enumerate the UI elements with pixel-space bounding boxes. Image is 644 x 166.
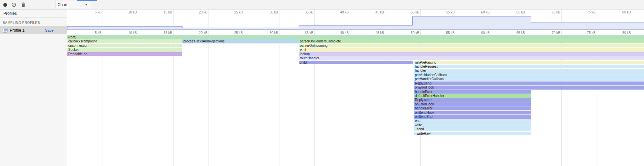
overview-depth-shape (67, 16, 644, 30)
flame-bar[interactable]: end (414, 119, 531, 123)
sidebar-item-profile-1[interactable]: Profile 1 Save (0, 26, 67, 34)
ruler-top: 5 kB10 kB15 kB20 kB25 kB30 kB35 kB40 kB4… (67, 9, 644, 15)
ruler-tick-label: 70 kB (552, 31, 560, 35)
flame-bar[interactable]: Socket (67, 48, 182, 52)
delete-profile-button[interactable] (19, 1, 28, 9)
ruler-tick-label: 75 kB (587, 10, 596, 14)
ruler-tick-label: 45 kB (375, 10, 384, 14)
flame-bar[interactable]: write_ (414, 123, 531, 127)
ruler-tick-label: 50 kB (411, 10, 419, 14)
chevron-down-icon: ▼ (85, 3, 88, 6)
save-link[interactable]: Save (45, 28, 53, 32)
view-mode-select[interactable]: Chart ▼ (55, 1, 90, 8)
flame-bar[interactable]: Reply.send (414, 81, 644, 86)
record-button[interactable] (1, 1, 9, 9)
ruler-tick-label: 40 kB (340, 31, 349, 35)
ruler-tick-label: 25 kB (234, 31, 243, 35)
ruler-tick-label: 45 kB (375, 31, 384, 35)
ruler-tick-label: 55 kB (446, 31, 455, 35)
ruler-tick-label: 5 kB (95, 10, 102, 14)
ruler-tick-label: 80 kB (622, 31, 631, 35)
flame-bar[interactable]: handleError (414, 90, 531, 94)
ruler-tick-label: 70 kB (552, 10, 560, 14)
toolbar: Chart ▼ (0, 0, 644, 9)
clear-button[interactable] (9, 1, 18, 9)
flame-bar[interactable]: emit (299, 48, 644, 52)
flame-bar[interactable]: processTicksAndRejections (182, 39, 299, 43)
ruler-tick-label: 80 kB (622, 10, 631, 14)
flame-bar[interactable]: Readable.on (67, 52, 182, 56)
ruler-tick-label: 75 kB (587, 31, 596, 35)
ruler-tick-label: 65 kB (516, 31, 525, 35)
flame-bar[interactable]: parserOnHeadersComplete (299, 39, 644, 43)
view-mode-label: Chart (58, 2, 67, 7)
ruler-tick-label: 30 kB (269, 31, 278, 35)
ruler-tick-label: 20 kB (199, 10, 207, 14)
flame-bar[interactable]: (root) (67, 35, 644, 39)
flame-bar[interactable]: onconnection (67, 44, 182, 48)
ruler-tick-label: 60 kB (481, 10, 490, 14)
ruler-tick-label: 65 kB (516, 10, 525, 14)
flame-bar[interactable]: routeHandler (299, 56, 644, 60)
ruler-tick-label: 35 kB (305, 10, 313, 14)
sidebar: Profiles SAMPLING PROFILES Profile 1 Sav… (0, 9, 67, 166)
ruler-bottom: 5 kB10 kB15 kB20 kB25 kB30 kB35 kB40 kB4… (67, 30, 644, 35)
flame-bar[interactable]: _send (414, 127, 531, 131)
flame-bar[interactable]: Reply.send (414, 98, 531, 102)
profiler-panel: Chart ▼ Profiles SAMPLING PROFILES Profi… (0, 0, 644, 166)
ruler-tick-label: 20 kB (199, 31, 207, 35)
ruler-tick-label: 55 kB (446, 10, 455, 14)
flame-bar[interactable]: handler (414, 69, 644, 73)
flame-bar[interactable]: parserOnIncoming (299, 44, 644, 48)
overview-pane[interactable] (67, 15, 644, 30)
ruler-tick-label: 50 kB (411, 31, 419, 35)
flame-bar[interactable]: child (299, 61, 413, 65)
flame-bar[interactable]: onSendEnd (414, 115, 531, 119)
ruler-tick-label: 5 kB (95, 31, 102, 35)
ruler-tick-label: 60 kB (481, 31, 490, 35)
flame-bar[interactable]: handleError (414, 106, 531, 110)
profile-icon (3, 28, 8, 33)
ruler-tick-label: 30 kB (269, 10, 278, 14)
flame-bar[interactable]: handleRequest (414, 65, 644, 69)
flame-bar[interactable]: onErrorHook (414, 86, 644, 90)
active-tab-indicator (77, 0, 97, 1)
record-icon (3, 3, 7, 7)
ruler-tick-label: 10 kB (128, 10, 137, 14)
flame-rows: (root)callbackTrampolineprocessTicksAndR… (67, 35, 644, 136)
flame-bar[interactable]: lookup (299, 52, 644, 56)
flame-chart: 5 kB10 kB15 kB20 kB25 kB30 kB35 kB40 kB4… (67, 9, 644, 166)
ruler-tick-label: 40 kB (340, 10, 349, 14)
flame-bar[interactable]: preHandlerCallback (414, 77, 644, 81)
clear-icon (11, 2, 16, 7)
ruler-tick-label: 25 kB (234, 10, 243, 14)
flame-bar[interactable]: defaultErrorHandler (414, 94, 531, 98)
flame-bar[interactable]: preValidationCallback (414, 73, 644, 77)
flame-bar[interactable]: _writeRaw (414, 132, 531, 136)
ruler-tick-label: 15 kB (163, 31, 172, 35)
flame-bar[interactable]: callbackTrampoline (67, 39, 182, 43)
toolbar-separator (53, 2, 53, 7)
sampling-profiles-heading: SAMPLING PROFILES (0, 18, 67, 26)
profile-name: Profile 1 (10, 28, 43, 33)
ruler-tick-label: 10 kB (128, 31, 137, 35)
ruler-tick-label: 15 kB (163, 10, 172, 14)
flame-bar[interactable]: runPreParsing (414, 61, 644, 65)
trash-icon (21, 2, 26, 7)
flame-bar[interactable]: onErrorHook (414, 102, 531, 106)
flame-bar[interactable]: onSendHook (414, 111, 531, 115)
ruler-tick-label: 35 kB (305, 31, 313, 35)
sidebar-title: Profiles (0, 9, 67, 18)
